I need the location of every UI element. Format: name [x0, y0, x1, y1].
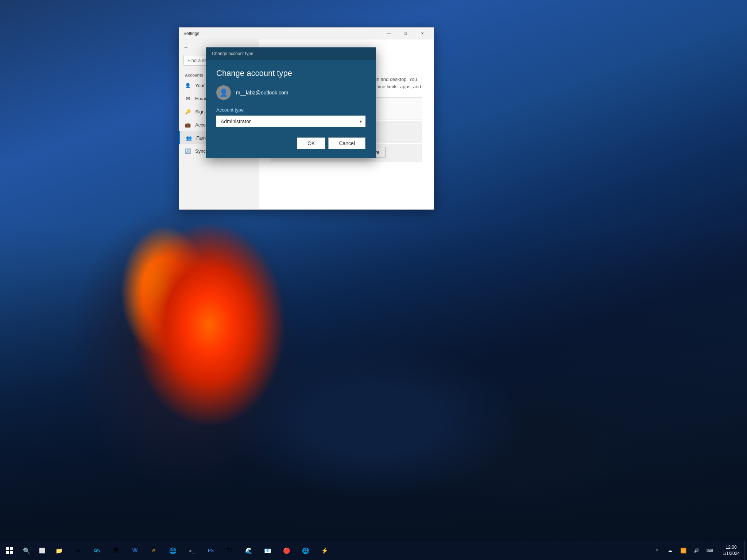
store-icon: 🛍 [94, 547, 100, 554]
windows-logo-icon [6, 547, 13, 554]
word-icon: W [132, 547, 138, 554]
task-view-icon: ⬜ [39, 548, 45, 553]
taskbar-app-antivirus[interactable]: 🔴 [277, 541, 296, 560]
taskbar-app-terminal[interactable]: >_ [182, 541, 201, 560]
your-info-icon: 👤 [185, 82, 191, 88]
taskbar: 🔍 ⬜ 📁 ⚙ 🛍 🖼 W e [0, 541, 747, 560]
taskbar-search-button[interactable]: 🔍 [19, 541, 34, 560]
account-type-select-wrapper: Standard User Administrator ▾ [216, 116, 365, 127]
taskbar-apps: 📁 ⚙ 🛍 🖼 W e 🌐 >_ PS [50, 541, 648, 560]
taskbar-app-file-explorer[interactable]: 📁 [50, 541, 69, 560]
settings-title: Settings [183, 31, 199, 36]
volume-icon: 🔊 [694, 548, 699, 553]
systray-cloud[interactable]: ☁ [664, 541, 676, 560]
taskbar-app-mail[interactable]: 📧 [258, 541, 277, 560]
access-icon: 💼 [185, 122, 191, 128]
sync-icon: 🔄 [185, 148, 191, 154]
chrome-icon: 🌐 [169, 547, 177, 554]
network-icon: 📶 [680, 548, 686, 553]
taskbar-app-edge-legacy[interactable]: e [144, 541, 163, 560]
minimize-button[interactable]: — [380, 28, 397, 39]
mail-icon: 📧 [264, 547, 271, 554]
desktop: Settings — □ ✕ ← 🔍 Accounts 👤 [0, 0, 747, 560]
taskbar-app-powershell2[interactable]: ⚡ [315, 541, 334, 560]
close-button[interactable]: ✕ [414, 28, 431, 39]
dialog-avatar-icon: 👤 [219, 88, 228, 97]
system-tray: ^ ☁ 📶 🔊 ⌨ [648, 541, 718, 560]
terminal-icon: >_ [189, 548, 195, 553]
ok-button[interactable]: OK [297, 137, 325, 149]
account-type-label: Account type [216, 107, 365, 113]
powershell2-icon: ⚡ [321, 547, 328, 554]
taskbar-search-icon: 🔍 [23, 547, 30, 554]
settings-titlebar: Settings — □ ✕ [179, 28, 434, 39]
taskbar-app-network-tool[interactable]: 🌐 [296, 541, 315, 560]
taskbar-app-photos[interactable]: 🖼 [107, 541, 125, 560]
start-button[interactable] [0, 541, 19, 560]
email-icon: ✉ [185, 96, 191, 101]
dialog-heading: Change account type [216, 69, 365, 78]
security-icon: 🛡 [227, 547, 233, 554]
network-tool-icon: 🌐 [302, 547, 309, 554]
powershell-icon: PS [208, 548, 214, 553]
taskbar-app-word[interactable]: W [125, 541, 144, 560]
task-view-button[interactable]: ⬜ [34, 541, 50, 560]
family-icon: 👥 [186, 135, 192, 141]
edge-icon: 🌊 [245, 547, 252, 554]
taskbar-app-settings[interactable]: ⚙ [69, 541, 88, 560]
systray-keyboard[interactable]: ⌨ [704, 541, 715, 560]
taskbar-app-store[interactable]: 🛍 [88, 541, 107, 560]
keyboard-icon: ⌨ [707, 548, 713, 553]
clock-time: 12:00 [726, 544, 737, 551]
dialog-titlebar-text: Change account type [212, 51, 253, 56]
edge-legacy-icon: e [152, 547, 156, 554]
maximize-button[interactable]: □ [397, 28, 414, 39]
systray-chevron[interactable]: ^ [651, 541, 663, 560]
onedrive-icon: ☁ [668, 548, 672, 553]
file-explorer-icon: 📁 [55, 547, 63, 554]
dialog-titlebar: Change account type [206, 47, 376, 60]
back-icon: ← [183, 44, 188, 50]
dialog-buttons: OK Cancel [216, 137, 365, 149]
account-type-select[interactable]: Standard User Administrator [216, 116, 365, 127]
chevron-up-icon: ^ [656, 549, 658, 553]
dialog-body: Change account type 👤 m__lab2@outlook.co… [206, 60, 376, 158]
dialog-user-row: 👤 m__lab2@outlook.com [216, 85, 365, 100]
systray-network[interactable]: 📶 [677, 541, 689, 560]
change-account-type-dialog: Change account type Change account type … [206, 47, 376, 158]
taskbar-app-edge[interactable]: 🌊 [239, 541, 258, 560]
clock-date: 1/1/2024 [723, 551, 740, 557]
systray-volume[interactable]: 🔊 [690, 541, 702, 560]
signin-icon: 🔑 [185, 109, 191, 114]
window-controls: — □ ✕ [380, 28, 431, 39]
cancel-button[interactable]: Cancel [328, 137, 365, 149]
antivirus-icon: 🔴 [283, 547, 290, 554]
photos-icon: 🖼 [113, 547, 119, 554]
show-desktop-button[interactable] [744, 541, 747, 560]
taskbar-clock[interactable]: 12:00 1/1/2024 [718, 544, 744, 557]
taskbar-app-powershell[interactable]: PS [201, 541, 220, 560]
taskbar-app-chrome[interactable]: 🌐 [163, 541, 182, 560]
taskbar-app-security[interactable]: 🛡 [220, 541, 239, 560]
settings-icon: ⚙ [76, 547, 81, 554]
dialog-user-avatar: 👤 [216, 85, 231, 100]
dialog-user-email: m__lab2@outlook.com [236, 90, 288, 96]
